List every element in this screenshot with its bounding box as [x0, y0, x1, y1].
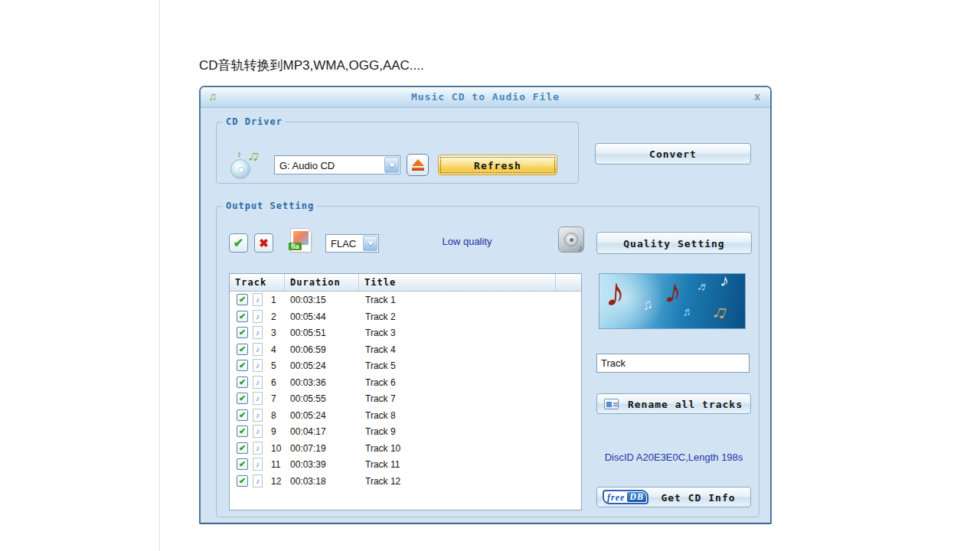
cd-music-icon: ♫ ♪ — [230, 150, 260, 179]
track-checkbox[interactable]: ✔ — [237, 294, 248, 305]
rename-all-tracks-button[interactable]: Rename all tracks — [596, 393, 751, 414]
music-note-icon: ♪ — [253, 392, 263, 405]
track-number: 4 — [271, 344, 276, 355]
column-header-duration[interactable]: Duration — [285, 274, 359, 291]
track-number: 2 — [271, 311, 276, 322]
track-checkbox[interactable]: ✔ — [237, 327, 248, 338]
music-note-icon: ♪ — [253, 326, 263, 339]
track-checkbox[interactable]: ✔ — [237, 425, 248, 437]
chevron-down-icon[interactable] — [384, 157, 399, 173]
track-checkbox[interactable]: ✔ — [237, 475, 248, 487]
deselect-all-button[interactable]: ✖ — [254, 233, 273, 253]
eject-icon — [412, 159, 424, 166]
track-title: Track 8 — [365, 410, 396, 421]
track-number: 1 — [271, 295, 276, 305]
column-header-track[interactable]: Track — [230, 274, 285, 291]
drive-select-value: G: Audio CD — [279, 159, 335, 171]
music-note-icon: ♪ — [253, 442, 263, 455]
convert-button[interactable]: Convert — [595, 143, 751, 165]
track-number: 10 — [271, 443, 281, 454]
cd-driver-group-label: CD Driver — [223, 116, 286, 127]
table-row[interactable]: ✔♪1100:03:39Track 11 — [230, 456, 581, 473]
track-rows: ✔♪100:03:15Track 1✔♪200:05:44Track 2✔♪30… — [230, 292, 581, 489]
track-checkbox[interactable]: ✔ — [237, 409, 248, 421]
track-title: Track 3 — [365, 328, 396, 338]
track-duration: 00:06:59 — [290, 344, 326, 355]
music-note-decoration: ♬ — [696, 279, 711, 295]
music-note-icon: ♪ — [253, 458, 263, 471]
track-checkbox[interactable]: ✔ — [237, 311, 248, 322]
rename-icon — [604, 399, 619, 409]
output-setting-group-label: Output Setting — [223, 201, 317, 211]
table-row[interactable]: ✔♪300:05:51Track 3 — [230, 324, 581, 341]
quality-status-text: Low quality — [406, 236, 528, 247]
track-number: 3 — [271, 328, 276, 338]
track-title: Track 6 — [365, 377, 396, 388]
table-row[interactable]: ✔♪100:03:15Track 1 — [230, 292, 581, 308]
flac-format-icon: fla — [290, 228, 312, 253]
track-title: Track 9 — [365, 426, 396, 437]
track-checkbox[interactable]: ✔ — [237, 393, 248, 404]
track-duration: 00:03:15 — [290, 295, 326, 305]
table-row[interactable]: ✔♪1200:03:18Track 12 — [230, 473, 581, 490]
get-cd-info-button[interactable]: free DB Get CD Info — [596, 487, 751, 507]
track-duration: 00:05:24 — [290, 410, 326, 421]
track-duration: 00:05:24 — [290, 360, 326, 371]
titlebar: ♫ Music CD to Audio File x — [201, 87, 770, 108]
track-duration: 00:05:51 — [290, 328, 326, 338]
table-row[interactable]: ✔♪500:05:24Track 5 — [230, 357, 581, 374]
freedb-logo: free DB — [603, 490, 648, 504]
track-table: Track Duration Title ✔♪100:03:15Track 1✔… — [229, 273, 582, 510]
track-checkbox[interactable]: ✔ — [237, 344, 248, 355]
track-duration: 00:03:18 — [290, 476, 326, 487]
track-duration: 00:03:39 — [290, 459, 326, 470]
page-heading: CD音轨转换到MP3,WMA,OGG,AAC.... — [199, 57, 424, 74]
track-number: 8 — [271, 410, 276, 421]
column-header-title[interactable]: Title — [359, 274, 556, 291]
table-row[interactable]: ✔♪1000:07:19Track 10 — [230, 440, 581, 457]
track-checkbox[interactable]: ✔ — [237, 442, 248, 454]
music-note-icon: ♪ — [253, 293, 263, 306]
track-title: Track 4 — [365, 344, 396, 355]
table-row[interactable]: ✔♪700:05:55Track 7 — [230, 390, 581, 407]
track-duration: 00:03:36 — [290, 377, 326, 388]
music-note-icon: ♪ — [253, 425, 263, 438]
track-number: 11 — [271, 459, 280, 470]
music-note-decoration: ♫ — [710, 298, 731, 326]
rename-pattern-input[interactable] — [596, 354, 750, 373]
drive-select[interactable]: G: Audio CD — [274, 155, 400, 174]
track-number: 9 — [271, 426, 276, 437]
music-note-icon: ♪ — [253, 474, 263, 487]
track-title: Track 12 — [365, 476, 400, 487]
music-note-decoration: ♫ — [641, 296, 655, 314]
table-row[interactable]: ✔♪900:04:17Track 9 — [230, 423, 581, 440]
quality-setting-button[interactable]: Quality Setting — [596, 232, 752, 254]
music-note-icon: ♪ — [253, 409, 263, 422]
format-select[interactable]: FLAC — [325, 234, 379, 253]
table-row[interactable]: ✔♪800:05:24Track 8 — [230, 407, 581, 424]
table-row[interactable]: ✔♪600:03:36Track 6 — [230, 374, 581, 391]
refresh-button[interactable]: Refresh — [438, 155, 557, 175]
track-checkbox[interactable]: ✔ — [237, 377, 248, 388]
track-checkbox[interactable]: ✔ — [237, 360, 248, 371]
music-note-icon: ♪ — [253, 376, 263, 389]
eject-button[interactable] — [407, 154, 429, 176]
track-title: Track 7 — [365, 393, 396, 404]
track-number: 5 — [271, 360, 276, 371]
track-checkbox[interactable]: ✔ — [237, 458, 248, 470]
music-note-decoration: ♪ — [719, 273, 730, 292]
select-all-button[interactable]: ✔ — [229, 233, 248, 253]
track-duration: 00:04:17 — [290, 426, 326, 437]
format-select-value: FLAC — [331, 238, 356, 249]
track-number: 6 — [271, 377, 276, 388]
table-row[interactable]: ✔♪200:05:44Track 2 — [230, 308, 581, 325]
chevron-down-icon[interactable] — [363, 236, 377, 251]
window-title: Music CD to Audio File — [201, 91, 770, 103]
track-title: Track 2 — [365, 311, 396, 322]
track-number: 12 — [271, 476, 281, 487]
app-window: ♫ Music CD to Audio File x CD Driver ♫ ♪… — [199, 86, 772, 524]
track-title: Track 11 — [365, 459, 400, 470]
close-button[interactable]: x — [754, 90, 760, 103]
table-row[interactable]: ✔♪400:06:59Track 4 — [230, 341, 581, 358]
cd-driver-group: CD Driver ♫ ♪ G: Audio CD Refresh — [216, 116, 579, 184]
